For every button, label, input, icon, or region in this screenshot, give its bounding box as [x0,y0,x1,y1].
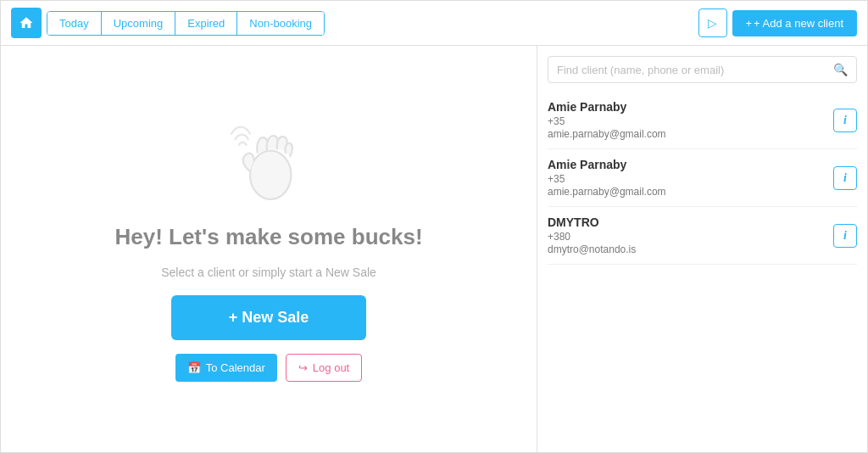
play-icon: ▷ [708,16,717,30]
main-layout: Hey! Let's make some bucks! Select a cli… [1,46,867,452]
nav-tabs: Today Upcoming Expired Non-booking [47,11,325,36]
tab-upcoming[interactable]: Upcoming [102,12,176,35]
client-phone: +35 [548,115,833,127]
search-box: 🔍 [548,56,857,83]
headline: Hey! Let's make some bucks! [114,224,422,250]
left-panel: Hey! Let's make some bucks! Select a cli… [1,46,537,452]
client-item: Amie Parnaby +35 amie.parnaby@gmail.com … [548,92,857,149]
client-info: DMYTRO +380 dmytro@notando.is [548,215,833,255]
subtitle: Select a client or simply start a New Sa… [161,264,376,282]
play-button[interactable]: ▷ [698,8,727,37]
calendar-icon: 📅 [187,361,201,374]
client-info-button[interactable]: i [833,166,857,190]
client-email: dmytro@notando.is [548,243,833,255]
add-client-label: + Add a new client [754,17,843,30]
bottom-actions: 📅 To Calendar ↪ Log out [175,354,362,382]
client-name: Amie Parnaby [548,158,833,171]
client-name: Amie Parnaby [548,100,833,114]
search-input[interactable] [557,64,826,76]
logout-icon: ↪ [298,361,308,374]
home-button[interactable] [11,8,42,38]
calendar-label: To Calendar [206,361,265,374]
client-info: Amie Parnaby +35 amie.parnaby@gmail.com [548,100,833,140]
tab-expired[interactable]: Expired [175,12,237,35]
client-phone: +35 [548,173,833,185]
client-email: amie.parnaby@gmail.com [548,186,833,198]
client-email: amie.parnaby@gmail.com [548,128,833,140]
right-panel: 🔍 Amie Parnaby +35 amie.parnaby@gmail.co… [537,46,867,452]
add-client-button[interactable]: + + Add a new client [732,10,857,36]
search-icon: 🔍 [833,63,848,76]
svg-point-0 [250,150,291,199]
client-info-button[interactable]: i [833,109,857,132]
wave-icon [222,117,315,210]
logout-label: Log out [313,361,349,374]
client-item: Amie Parnaby +35 amie.parnaby@gmail.com … [548,149,857,207]
logout-button[interactable]: ↪ Log out [286,354,362,382]
client-info: Amie Parnaby +35 amie.parnaby@gmail.com [548,158,833,198]
client-info-button[interactable]: i [833,224,857,248]
header: Today Upcoming Expired Non-booking ▷ + +… [1,1,867,46]
client-name: DMYTRO [548,215,833,229]
client-phone: +380 [548,231,833,243]
plus-icon: + [746,17,753,30]
tab-non-booking[interactable]: Non-booking [237,12,324,35]
new-sale-button[interactable]: + New Sale [171,295,366,340]
to-calendar-button[interactable]: 📅 To Calendar [175,354,277,382]
client-item: DMYTRO +380 dmytro@notando.is i [548,207,857,265]
tab-today[interactable]: Today [47,12,102,35]
